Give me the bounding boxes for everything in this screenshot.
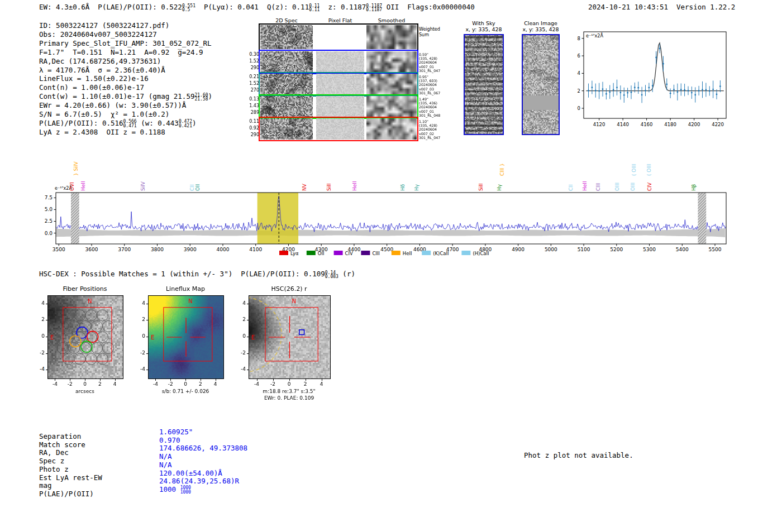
match-row-value: 24.86(24.39,25.68)R [159,477,239,485]
hsc_cutout-title: HSC(26.2) r [237,285,341,293]
y-tick-label: 4 [237,300,246,306]
data-point [680,89,682,90]
with-sky-coords: x, y: 335, 428 [456,26,512,32]
emission-line-label: CII [568,184,574,191]
legend-label: OII [318,251,325,256]
y-tick [46,370,47,370]
text-run: Primary Spec_Slot_IFU_AMP: 301_052_072_R… [39,39,212,47]
data-point [652,85,654,87]
pixel-flat-image [316,74,364,95]
stacked-value: 0.11870.1187 [366,4,382,12]
info-line: LineFlux = 1.50(±0.22)e-16 [39,74,149,83]
info-line: ID: 5003224127 (5003224127.pdf) [39,21,169,30]
emission-line-label: ( OIII [646,164,652,176]
data-point [691,92,693,94]
x-tick-label: 4120 [593,122,605,127]
data-point [619,92,621,93]
spec2d-right-label: (337, 603) [419,79,437,83]
x-tick-label: 4200 [688,122,700,127]
legend-label: CIII [372,251,379,256]
x-tick-label: 0 [180,381,191,387]
text-run: (w: 0.443 [137,119,179,127]
y-tick-label: -2 [36,350,45,356]
text-run: (r) [338,270,355,278]
lineflux_map-xlabel: s/b: 0.71 +/- 0.026 [137,389,234,394]
y-tick [247,353,249,354]
spec2d-right-label: v007_01 [419,109,434,113]
emission-line-label: Hγ [414,184,419,191]
x-tick-label: 4 [316,381,327,387]
y-tick-label: 2 [237,317,246,322]
y-tick [46,353,47,354]
info-line: λ = 4170.76Å σ = 2.36(±0.40)Å [39,66,165,75]
data-point [673,89,675,90]
data-point [719,85,721,87]
y-tick [146,320,148,320]
y-tick-label: -4 [36,366,45,372]
spec2d-right-label: (335, 428) [419,123,437,127]
smoothed-image [366,74,417,95]
x-tick-label: -2 [64,381,75,387]
emission-line-label: HeII [80,181,86,191]
legend-swatch [334,251,343,255]
photz-note: Phot z plot not available. [524,451,633,459]
info-line: EWr = 4.20(±0.66) (w: 3.90(±0.57))Å [39,101,186,110]
text-run: LineFlux = 1.50(±0.22)e-16 [39,74,149,83]
emission-line-label: NV [302,183,307,191]
spec2d-left-label: 290 [245,65,259,70]
spec2d-right-label: 0.95" [419,75,428,79]
info-line: Cont(n) = 1.00(±0.06)e-17 [39,83,144,92]
legend-label: CIV [345,251,353,256]
x-tick-label: 5200 [610,247,623,252]
x-tick-label: 4000 [217,247,230,252]
emission-line-label: SiII [478,183,484,191]
smoothed-image [366,25,417,49]
match-row-label: mag [39,481,52,490]
data-point [694,94,696,96]
clean-image-panel: Clean Image x, y: 335, 428 [513,20,569,137]
x-tick [322,379,322,381]
data-point [598,90,600,92]
fiber_positions-image [47,295,123,379]
x-tick-label: 4180 [664,122,676,127]
with-sky-panel: With Sky x, y: 335, 428 [456,20,512,137]
data-point [613,89,614,91]
emission-line-label: CIII [595,183,601,191]
with-sky-title: With Sky [456,20,512,26]
summary-header: EW: 4.3±0.6Å P(LAE)/P(OII): 0.5220.5510.… [39,3,475,12]
y-axis-label: e⁻¹⁷x2Å [586,32,603,39]
text-run: HSC-DEX : Possible Matches = 1 (within +… [39,270,325,278]
text-run: 24.86(24.39,25.68)R [159,477,239,485]
data-point [637,87,639,89]
masked-band-hatch [71,193,79,244]
x-tick [55,379,55,381]
with-sky-image [464,34,504,135]
fiber_positions-title: Fiber Positions [36,285,133,293]
spec2d-left-label: 1.52 [245,59,259,64]
y-tick [247,304,249,304]
y-tick-label: -4 [136,366,145,372]
data-point [698,90,700,92]
text-run: EWr = 4.20(±0.66) (w: 3.90(±0.57))Å [39,101,186,109]
match-row-label: Match score [39,440,85,449]
axis-box [56,193,726,244]
spec2d-right-label: v007_03 [419,87,434,91]
info-line: Cont(w) = 1.10(±0.01)e-17 (gmag 21.5921.… [39,92,212,101]
spec2d-col-title: Pixel Flat [315,17,365,23]
legend-label: (H)CaII [473,251,489,256]
x-tick [115,379,116,381]
x-tick-label: -4 [251,381,263,387]
x-tick [306,379,306,381]
emission-line-label: OIII [614,183,620,191]
text-run: N/A [159,461,172,469]
match-row-label: RA, Dec [39,448,69,457]
legend-swatch [392,251,400,255]
spec2d-right-label: 301_RL_047 [419,69,440,73]
spec2d-left-label: 1.52 [245,81,259,86]
stacked-value: 0.5660.471 [123,119,137,128]
emission-line-label: Hδ [400,184,406,191]
data-point [641,94,643,96]
y-tick [247,320,249,320]
x-tick-label: 3800 [151,247,164,252]
lineflux_map-title: Lineflux Map [137,285,234,293]
